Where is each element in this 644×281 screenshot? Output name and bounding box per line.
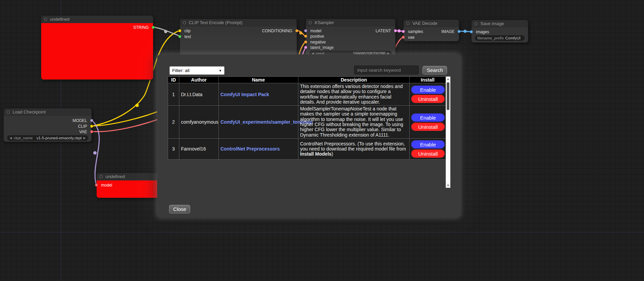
cell-name: ComfyUI Impact Pack <box>219 83 298 106</box>
node-clip-text-encode[interactable]: CLIP Text Encode (Prompt) clip CONDITION… <box>180 19 297 59</box>
node-title: CLIP Text Encode (Prompt) <box>189 20 243 25</box>
node-save-image[interactable]: Save Image images filename_prefix ComfyU… <box>471 20 528 43</box>
input-port-latent-image[interactable] <box>304 46 307 49</box>
uninstall-button[interactable]: Uninstall <box>411 123 445 131</box>
output-port-image[interactable] <box>458 30 461 33</box>
scroll-down-button[interactable]: ▼ <box>446 183 450 188</box>
header-name: Name <box>219 77 298 83</box>
table-row: 3 Fannovel16 ControlNet Preprocessors Co… <box>168 138 446 159</box>
enable-button[interactable]: Enable <box>411 86 445 94</box>
node-title-bar[interactable]: CLIP Text Encode (Prompt) <box>180 19 297 27</box>
input-port-vae[interactable] <box>402 36 405 39</box>
extension-link[interactable]: ControlNet Preprocessors <box>220 146 280 152</box>
extension-link[interactable]: ComfyUI_experiments/sampler_tonemap <box>220 119 313 125</box>
node-title: VAE Decode <box>412 21 437 26</box>
node-title-bar[interactable]: KSampler <box>306 19 395 27</box>
cell-author: Fannovel16 <box>179 138 219 159</box>
node-collapse-dot-icon[interactable] <box>44 18 47 21</box>
widget-right-arrow-icon[interactable]: ▶ <box>83 135 86 141</box>
output-port-vae[interactable] <box>90 130 93 133</box>
header-id: ID <box>168 77 179 83</box>
header-install: Install <box>410 77 446 83</box>
cell-name: ControlNet Preprocessors <box>219 138 298 159</box>
link-dot-image <box>464 30 467 33</box>
node-title-bar[interactable]: Load Checkpoint <box>4 108 92 116</box>
output-port-clip[interactable] <box>90 125 93 128</box>
widget-left-arrow-icon[interactable]: ◀ <box>10 135 12 141</box>
node-title-bar[interactable]: Save Image <box>472 20 528 28</box>
header-author: Author <box>179 77 219 83</box>
input-port-clip[interactable] <box>178 29 181 32</box>
output-slot-string: STRING <box>41 25 153 30</box>
slot-row-model-latent: model LATENT <box>306 28 395 34</box>
input-port-images[interactable] <box>470 30 473 33</box>
header-description: Description <box>298 77 410 83</box>
cell-description: ControlNet Preprocessors. (To use this e… <box>298 138 410 159</box>
node-collapse-dot-icon[interactable] <box>406 22 410 25</box>
slot-row-text: text <box>180 34 297 39</box>
uninstall-button[interactable]: Uninstall <box>411 95 445 103</box>
cell-name: ComfyUI_experiments/sampler_tonemap <box>219 106 298 139</box>
cell-description: This extension offers various detector n… <box>298 83 410 106</box>
slot-row-latent-image: latent_image <box>306 45 395 50</box>
input-port-text[interactable] <box>178 35 181 38</box>
search-input[interactable] <box>354 66 419 74</box>
node-ksampler[interactable]: KSampler model LATENT positive negative … <box>306 19 396 58</box>
slot-row-clip-out: CLIP <box>4 124 92 129</box>
close-button[interactable]: Close <box>169 205 190 213</box>
node-collapse-dot-icon[interactable] <box>474 22 478 25</box>
output-port-string[interactable] <box>152 26 155 29</box>
cell-author: Dr.Lt.Data <box>179 83 219 106</box>
scrollbar-thumb[interactable] <box>447 82 449 110</box>
scrollbar-track[interactable]: ▲ ▼ <box>446 76 450 188</box>
input-port-samples[interactable] <box>402 30 405 33</box>
enable-button[interactable]: Enable <box>411 140 445 148</box>
input-port-negative[interactable] <box>304 40 307 43</box>
filter-select[interactable]: Filter: all <box>169 66 225 75</box>
node-title: Load Checkpoint <box>13 109 46 115</box>
slot-row-samples-image: samples IMAGE <box>403 29 459 34</box>
output-port-conditioning[interactable] <box>295 29 298 32</box>
uninstall-button[interactable]: Uninstall <box>411 150 445 158</box>
output-port-model[interactable] <box>90 119 93 122</box>
cell-author: comfyanonymous <box>179 106 219 139</box>
link-dot-string <box>164 30 167 33</box>
table-header-row: ID Author Name Description Install <box>168 77 446 83</box>
slot-row-images: images <box>472 29 528 35</box>
ckpt-name-widget[interactable]: ◀ ckpt_name v1-5-pruned-emaonly.ckpt ▶ <box>7 135 88 141</box>
input-port-model[interactable] <box>304 29 307 32</box>
link-dot-clip <box>135 104 139 107</box>
node-title-bar[interactable]: VAE Decode <box>403 20 459 27</box>
comfyui-manager-dialog: Filter: all ▼ Search ID Author Name Desc… <box>157 54 460 217</box>
slot-row-vae: vae <box>403 35 459 40</box>
cell-id: 3 <box>168 138 179 159</box>
cell-install: Enable Uninstall <box>410 83 446 106</box>
scroll-up-button[interactable]: ▲ <box>446 77 450 81</box>
node-vae-decode[interactable]: VAE Decode samples IMAGE vae <box>403 19 459 41</box>
filter-select-wrap: Filter: all ▼ <box>169 66 225 75</box>
node-collapse-dot-icon[interactable] <box>6 110 10 114</box>
cell-install: Enable Uninstall <box>410 106 446 139</box>
slot-row-model-out: MODEL <box>4 118 92 123</box>
search-button[interactable]: Search <box>423 66 447 74</box>
node-title: undefined <box>50 17 69 22</box>
slot-row-negative: negative <box>306 39 395 45</box>
input-port-positive[interactable] <box>304 35 307 38</box>
search-group: Search <box>354 66 447 74</box>
extension-link[interactable]: ComfyUI Impact Pack <box>220 92 269 97</box>
node-collapse-dot-icon[interactable] <box>309 21 312 24</box>
extension-table: ID Author Name Description Install 1 Dr.… <box>168 76 446 160</box>
link-dot-latent <box>398 30 401 33</box>
cell-description: ModelSamplerTonemapNoiseTest a node that… <box>298 106 410 139</box>
node-collapse-dot-icon[interactable] <box>99 175 103 178</box>
enable-button[interactable]: Enable <box>411 113 445 122</box>
input-port-model[interactable] <box>95 183 98 187</box>
filename-prefix-widget[interactable]: filename_prefix ComfyUI <box>475 35 525 41</box>
cell-id: 2 <box>168 106 179 139</box>
node-collapse-dot-icon[interactable] <box>183 21 186 24</box>
node-title-bar[interactable]: undefined <box>41 16 153 23</box>
slot-row-positive: positive <box>306 34 395 39</box>
node-load-checkpoint[interactable]: Load Checkpoint MODEL CLIP VAE ◀ ckpt_na… <box>3 108 92 142</box>
output-port-latent[interactable] <box>394 29 397 32</box>
node-undefined-top[interactable]: undefined STRING <box>41 15 153 80</box>
